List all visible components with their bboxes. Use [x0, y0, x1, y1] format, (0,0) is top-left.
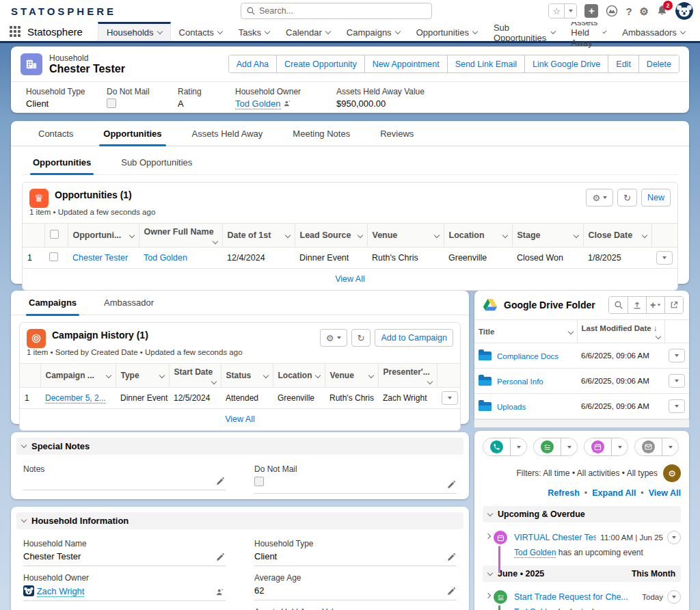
opportunity-name-link[interactable]: Chester Tester: [72, 253, 128, 263]
nav-tab-campaigns[interactable]: Campaigns: [338, 22, 408, 41]
nav-tab-ambassadors[interactable]: Ambassadors: [614, 22, 692, 41]
view-all-link[interactable]: View All: [225, 414, 255, 424]
add-to-campaign-button[interactable]: Add to Campaign: [375, 329, 453, 347]
help-icon[interactable]: ?: [625, 6, 632, 16]
refresh-link[interactable]: Refresh: [548, 488, 580, 498]
row-actions-dropdown[interactable]: [442, 391, 458, 405]
col-type[interactable]: Type: [116, 364, 169, 388]
activity-settings-gear-icon[interactable]: ⚙: [663, 464, 681, 482]
col-status[interactable]: Status: [221, 364, 273, 388]
delete-button[interactable]: Delete: [638, 55, 679, 72]
select-all-checkbox[interactable]: [44, 224, 68, 248]
campaign-name-link[interactable]: December 5, 2...: [45, 393, 106, 403]
col-stage[interactable]: Stage: [512, 224, 583, 248]
activity-actions-dropdown[interactable]: [667, 590, 681, 604]
owner-link[interactable]: Tod Golden: [514, 607, 556, 610]
add-aha-button[interactable]: Add Aha: [229, 55, 276, 72]
edit-pencil-icon[interactable]: [447, 481, 455, 489]
tab-assets-held-away[interactable]: Assets Held Away: [192, 121, 263, 146]
edit-pencil-icon[interactable]: [216, 553, 224, 561]
nav-tab-contacts[interactable]: Contacts: [171, 22, 230, 41]
activity-filters-summary[interactable]: Filters: All time • All activities • All…: [517, 468, 658, 478]
col-lead-source[interactable]: Lead Source: [295, 224, 367, 248]
row-actions-dropdown[interactable]: [669, 399, 685, 413]
drive-folder-link[interactable]: Personal Info: [497, 377, 543, 386]
favorites-star-icon[interactable]: ☆: [549, 4, 564, 18]
nav-tab-households[interactable]: Households: [98, 22, 171, 41]
edit-pencil-icon[interactable]: [447, 553, 455, 561]
subtab-sub-opportunities[interactable]: Sub Opportunities: [121, 150, 192, 174]
call-dropdown-icon[interactable]: [510, 438, 526, 455]
trailhead-icon[interactable]: [606, 5, 618, 17]
expand-all-link[interactable]: Expand All: [592, 488, 636, 498]
app-launcher-icon[interactable]: [10, 26, 21, 37]
nav-tab-opportunities[interactable]: Opportunities: [408, 22, 485, 41]
setup-gear-icon[interactable]: ⚙: [640, 6, 649, 16]
tab-reviews[interactable]: Reviews: [380, 121, 414, 146]
nav-tab-more[interactable]: More: [693, 22, 700, 41]
household-information-section-header[interactable]: Household Information: [16, 512, 463, 529]
edit-pencil-icon[interactable]: [216, 477, 224, 486]
col-title[interactable]: Title: [474, 320, 577, 343]
drive-open-external-icon[interactable]: [664, 297, 683, 313]
drive-folder-link[interactable]: Uploads: [497, 403, 526, 411]
link-google-drive-button[interactable]: Link Google Drive: [524, 55, 608, 72]
new-appointment-button[interactable]: New Appointment: [364, 55, 447, 72]
drive-folder-link[interactable]: Compliance Docs: [497, 352, 558, 360]
email-icon[interactable]: [635, 438, 662, 455]
tab-opportunities[interactable]: Opportunities: [103, 121, 161, 146]
search-input[interactable]: [259, 6, 426, 16]
user-avatar[interactable]: [675, 2, 693, 20]
list-settings-gear-icon[interactable]: ⚙: [320, 329, 347, 347]
list-refresh-icon[interactable]: ↻: [351, 329, 371, 347]
row-actions-dropdown[interactable]: [669, 374, 685, 388]
activity-title-link[interactable]: Start Trade Request for Che...: [514, 592, 638, 602]
col-opportunity-name[interactable]: Opportuni...: [68, 224, 139, 248]
col-location[interactable]: Location: [444, 224, 512, 248]
nav-tab-calendar[interactable]: Calendar: [278, 22, 338, 41]
tab-contacts[interactable]: Contacts: [38, 121, 73, 146]
email-dropdown-icon[interactable]: [662, 438, 678, 455]
global-search[interactable]: [241, 3, 432, 19]
event-icon[interactable]: [584, 438, 611, 455]
col-venue[interactable]: Venue: [367, 224, 444, 248]
tab-meeting-notes[interactable]: Meeting Notes: [293, 121, 350, 146]
notifications-bell-icon[interactable]: 2: [656, 4, 668, 18]
edit-pencil-icon[interactable]: [447, 587, 455, 596]
expand-chevron-icon[interactable]: [483, 534, 494, 538]
col-owner-full-name[interactable]: Owner Full Name: [139, 224, 222, 248]
col-close-date[interactable]: Close Date: [583, 224, 651, 248]
col-start-date[interactable]: Start Date: [169, 364, 221, 388]
new-opportunity-button[interactable]: New: [641, 189, 671, 207]
expand-chevron-icon[interactable]: [483, 594, 494, 598]
june-2025-section-header[interactable]: June • 2025 This Month: [483, 566, 681, 582]
special-notes-section-header[interactable]: Special Notes: [16, 438, 463, 455]
drive-upload-icon[interactable]: [628, 297, 646, 313]
create-opportunity-button[interactable]: Create Opportunity: [276, 55, 364, 72]
col-campaign-name[interactable]: Campaign ...: [40, 364, 116, 388]
view-all-link[interactable]: View All: [335, 274, 365, 284]
tab-ambassador[interactable]: Ambassador: [104, 291, 154, 315]
list-settings-gear-icon[interactable]: ⚙: [586, 189, 613, 207]
owner-link[interactable]: Tod Golden: [235, 98, 281, 109]
col-last-modified[interactable]: Last Modified Date ↓: [577, 320, 664, 343]
event-dropdown-icon[interactable]: [611, 438, 628, 455]
tab-campaigns[interactable]: Campaigns: [29, 291, 77, 315]
drive-search-icon[interactable]: [609, 297, 628, 313]
call-icon[interactable]: [483, 438, 510, 455]
col-location[interactable]: Location: [273, 364, 325, 388]
activity-actions-dropdown[interactable]: [667, 531, 681, 544]
col-venue[interactable]: Venue: [325, 364, 378, 388]
global-add-icon[interactable]: +: [584, 4, 598, 18]
edit-button[interactable]: Edit: [608, 55, 638, 72]
task-dropdown-icon[interactable]: [561, 438, 577, 455]
nav-tab-tasks[interactable]: Tasks: [230, 22, 278, 41]
owner-link[interactable]: Zach Wright: [37, 586, 85, 597]
col-date-of-1st[interactable]: Date of 1st: [222, 224, 295, 248]
nav-tab-assets-held-away[interactable]: Assets Held Away: [563, 22, 614, 41]
task-icon[interactable]: [534, 438, 561, 455]
do-not-mail-checkbox[interactable]: [107, 98, 116, 108]
nav-tab-sub-opportunities[interactable]: Sub Opportunities: [485, 22, 563, 41]
col-presenter[interactable]: Presenter'...: [378, 364, 437, 388]
change-owner-icon[interactable]: [283, 100, 291, 107]
